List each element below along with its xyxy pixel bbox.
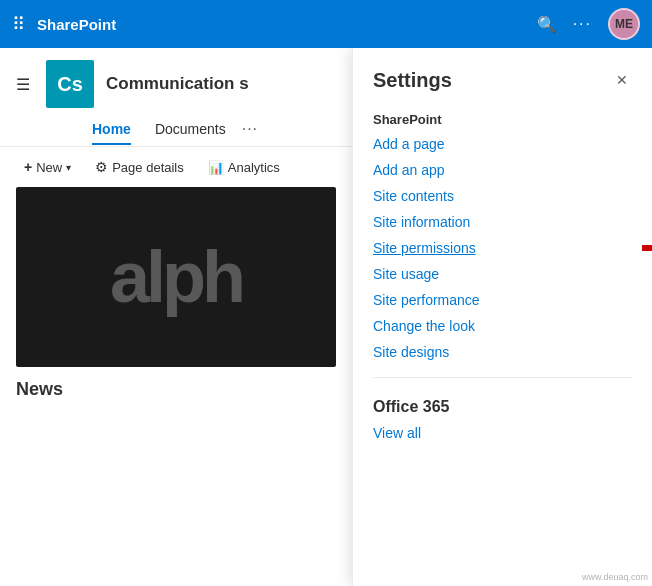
grid-icon[interactable]: ⠿ bbox=[12, 13, 25, 35]
nav-more-icon[interactable]: ··· bbox=[238, 112, 262, 146]
more-icon[interactable]: ··· bbox=[573, 15, 592, 33]
news-section: News bbox=[0, 367, 352, 400]
nav-item-home[interactable]: Home bbox=[80, 113, 143, 145]
analytics-button[interactable]: 📊 Analytics bbox=[200, 156, 288, 179]
arrow-shaft bbox=[642, 245, 652, 251]
app-title: SharePoint bbox=[37, 16, 529, 33]
sharepoint-section-label: SharePoint bbox=[353, 104, 652, 131]
office365-section-label: Office 365 bbox=[353, 390, 652, 420]
red-arrow-indicator bbox=[642, 238, 652, 258]
site-navigation: Home Documents ··· bbox=[0, 108, 352, 147]
hero-text: alph bbox=[110, 236, 242, 318]
add-page-link[interactable]: Add a page bbox=[353, 131, 652, 157]
settings-title: Settings bbox=[373, 69, 452, 92]
chart-icon: 📊 bbox=[208, 160, 224, 175]
user-avatar[interactable]: ME bbox=[608, 8, 640, 40]
site-contents-link[interactable]: Site contents bbox=[353, 183, 652, 209]
toolbar: + New ▾ ⚙ Page details 📊 Analytics bbox=[0, 147, 352, 187]
settings-header: Settings ✕ bbox=[353, 48, 652, 104]
site-usage-link[interactable]: Site usage bbox=[353, 261, 652, 287]
gear-icon: ⚙ bbox=[95, 159, 108, 175]
site-logo: Cs bbox=[46, 60, 94, 108]
settings-panel: Settings ✕ SharePoint Add a page Add an … bbox=[352, 48, 652, 586]
caret-icon: ▾ bbox=[66, 162, 71, 173]
top-navigation: ⠿ SharePoint 🔍 ··· ME bbox=[0, 0, 652, 48]
site-information-link[interactable]: Site information bbox=[353, 209, 652, 235]
settings-close-button[interactable]: ✕ bbox=[612, 68, 632, 92]
site-permissions-link[interactable]: Site permissions bbox=[353, 235, 652, 261]
site-name: Communication s bbox=[106, 74, 249, 94]
new-button[interactable]: + New ▾ bbox=[16, 155, 79, 179]
main-area: ☰ Cs Communication s Home Documents ··· … bbox=[0, 48, 652, 586]
view-all-link[interactable]: View all bbox=[353, 420, 652, 446]
settings-divider bbox=[373, 377, 632, 378]
left-panel: ☰ Cs Communication s Home Documents ··· … bbox=[0, 48, 352, 586]
hamburger-button[interactable]: ☰ bbox=[16, 75, 30, 94]
page-details-button[interactable]: ⚙ Page details bbox=[87, 155, 192, 179]
site-header: ☰ Cs Communication s bbox=[0, 48, 352, 108]
search-icon[interactable]: 🔍 bbox=[537, 15, 557, 34]
settings-links-list: Add a page Add an app Site contents Site… bbox=[353, 131, 652, 365]
site-performance-link[interactable]: Site performance bbox=[353, 287, 652, 313]
site-designs-link[interactable]: Site designs bbox=[353, 339, 652, 365]
add-app-link[interactable]: Add an app bbox=[353, 157, 652, 183]
nav-item-documents[interactable]: Documents bbox=[143, 113, 238, 145]
change-look-link[interactable]: Change the look bbox=[353, 313, 652, 339]
hero-image: alph bbox=[16, 187, 336, 367]
plus-icon: + bbox=[24, 159, 32, 175]
news-title: News bbox=[16, 379, 336, 400]
